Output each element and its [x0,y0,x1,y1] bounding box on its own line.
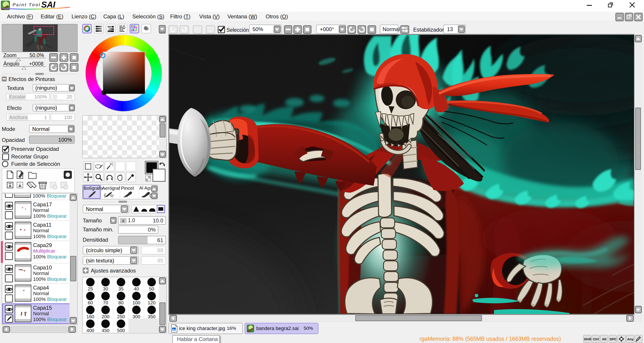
svg-text:SAI: SAI [41,1,56,10]
svg-text:Ctrl: Ctrl [593,337,599,341]
svg-text:Any: Any [627,337,634,341]
svg-text:SPC: SPC [610,337,616,341]
svg-text:Paint Tool: Paint Tool [12,2,41,7]
svg-text:Alt: Alt [602,337,606,341]
svg-text:Shift: Shift [584,337,591,341]
